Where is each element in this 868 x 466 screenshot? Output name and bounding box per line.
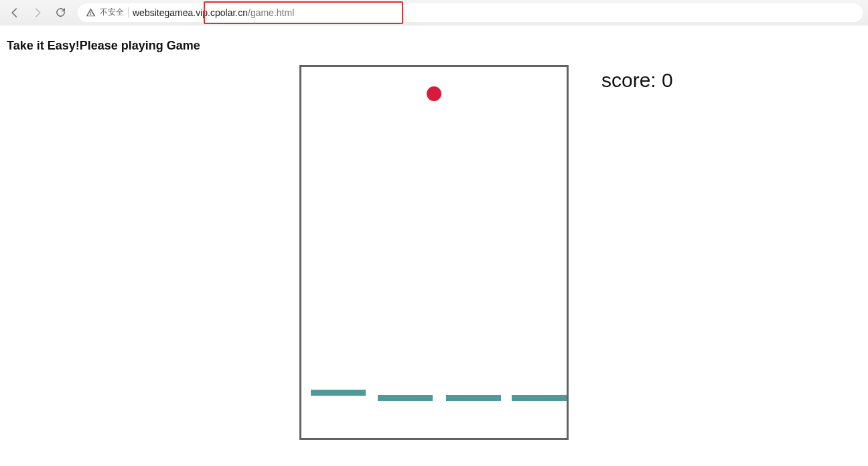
not-secure-icon — [86, 7, 96, 17]
score-display: score: 0 — [601, 69, 673, 92]
game-platform — [512, 395, 567, 401]
game-platform — [446, 395, 501, 401]
reload-button[interactable] — [51, 3, 70, 22]
score-value: 0 — [662, 69, 673, 91]
browser-toolbar: 不安全 websitegamea.vip.cpolar.cn/game.html — [0, 0, 868, 25]
url-text: websitegamea.vip.cpolar.cn/game.html — [133, 7, 294, 18]
reload-icon — [55, 7, 66, 18]
game-platform — [378, 395, 433, 401]
page-body: Take it Easy!Please playing Game score: … — [0, 25, 868, 445]
forward-button[interactable] — [28, 3, 47, 22]
back-button[interactable] — [5, 3, 24, 22]
game-platform — [311, 390, 366, 396]
address-bar[interactable]: 不安全 websitegamea.vip.cpolar.cn/game.html — [78, 3, 863, 22]
not-secure-label: 不安全 — [100, 7, 124, 18]
content-row: score: 0 — [5, 65, 863, 440]
arrow-right-icon — [31, 7, 44, 19]
game-canvas[interactable] — [299, 65, 569, 440]
game-ball — [427, 86, 441, 101]
score-label: score: — [601, 69, 662, 91]
arrow-left-icon — [9, 7, 21, 19]
url-host: websitegamea.vip.cpolar.cn — [133, 7, 248, 18]
address-separator — [128, 7, 129, 18]
page-title: Take it Easy!Please playing Game — [7, 39, 863, 53]
url-path: /game.html — [248, 7, 294, 18]
